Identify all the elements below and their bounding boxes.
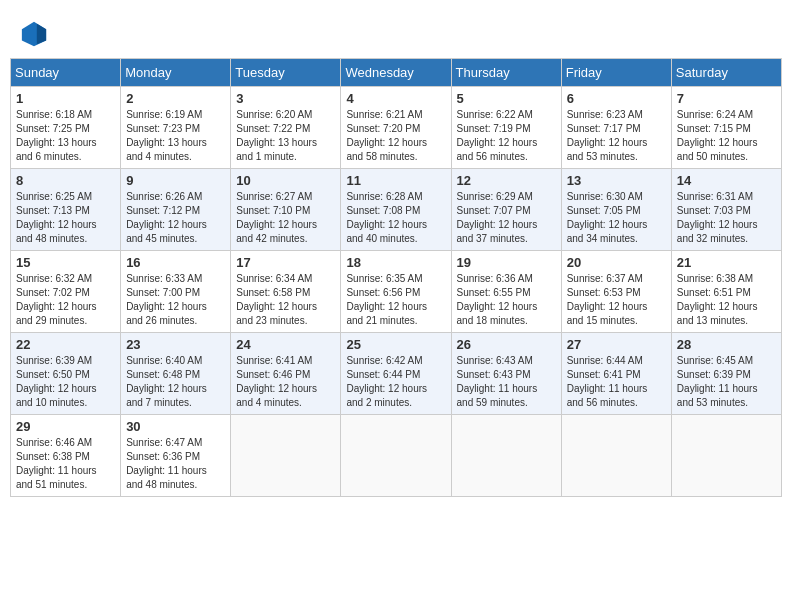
day-number: 18 [346,255,445,270]
day-number: 16 [126,255,225,270]
day-number: 21 [677,255,776,270]
calendar-cell: 5 Sunrise: 6:22 AM Sunset: 7:19 PM Dayli… [451,87,561,169]
cell-content: Sunrise: 6:22 AM Sunset: 7:19 PM Dayligh… [457,108,556,164]
calendar-cell: 18 Sunrise: 6:35 AM Sunset: 6:56 PM Dayl… [341,251,451,333]
calendar-cell: 22 Sunrise: 6:39 AM Sunset: 6:50 PM Dayl… [11,333,121,415]
calendar-cell: 29 Sunrise: 6:46 AM Sunset: 6:38 PM Dayl… [11,415,121,497]
calendar-cell: 25 Sunrise: 6:42 AM Sunset: 6:44 PM Dayl… [341,333,451,415]
cell-content: Sunrise: 6:44 AM Sunset: 6:41 PM Dayligh… [567,354,666,410]
cell-content: Sunrise: 6:30 AM Sunset: 7:05 PM Dayligh… [567,190,666,246]
calendar-cell: 2 Sunrise: 6:19 AM Sunset: 7:23 PM Dayli… [121,87,231,169]
calendar-cell: 26 Sunrise: 6:43 AM Sunset: 6:43 PM Dayl… [451,333,561,415]
calendar-cell: 14 Sunrise: 6:31 AM Sunset: 7:03 PM Dayl… [671,169,781,251]
cell-content: Sunrise: 6:19 AM Sunset: 7:23 PM Dayligh… [126,108,225,164]
calendar-cell: 1 Sunrise: 6:18 AM Sunset: 7:25 PM Dayli… [11,87,121,169]
cell-content: Sunrise: 6:26 AM Sunset: 7:12 PM Dayligh… [126,190,225,246]
day-number: 5 [457,91,556,106]
calendar-cell: 28 Sunrise: 6:45 AM Sunset: 6:39 PM Dayl… [671,333,781,415]
logo-icon [20,20,48,48]
cell-content: Sunrise: 6:36 AM Sunset: 6:55 PM Dayligh… [457,272,556,328]
calendar-cell: 16 Sunrise: 6:33 AM Sunset: 7:00 PM Dayl… [121,251,231,333]
weekday-header: Saturday [671,59,781,87]
cell-content: Sunrise: 6:47 AM Sunset: 6:36 PM Dayligh… [126,436,225,492]
calendar-cell [671,415,781,497]
calendar-cell [231,415,341,497]
cell-content: Sunrise: 6:46 AM Sunset: 6:38 PM Dayligh… [16,436,115,492]
day-number: 3 [236,91,335,106]
weekday-header: Wednesday [341,59,451,87]
calendar-cell: 21 Sunrise: 6:38 AM Sunset: 6:51 PM Dayl… [671,251,781,333]
cell-content: Sunrise: 6:35 AM Sunset: 6:56 PM Dayligh… [346,272,445,328]
cell-content: Sunrise: 6:34 AM Sunset: 6:58 PM Dayligh… [236,272,335,328]
svg-marker-1 [37,24,46,45]
cell-content: Sunrise: 6:20 AM Sunset: 7:22 PM Dayligh… [236,108,335,164]
logo [20,20,51,48]
calendar-cell: 19 Sunrise: 6:36 AM Sunset: 6:55 PM Dayl… [451,251,561,333]
cell-content: Sunrise: 6:25 AM Sunset: 7:13 PM Dayligh… [16,190,115,246]
cell-content: Sunrise: 6:43 AM Sunset: 6:43 PM Dayligh… [457,354,556,410]
calendar-cell: 13 Sunrise: 6:30 AM Sunset: 7:05 PM Dayl… [561,169,671,251]
day-number: 11 [346,173,445,188]
cell-content: Sunrise: 6:37 AM Sunset: 6:53 PM Dayligh… [567,272,666,328]
day-number: 14 [677,173,776,188]
day-number: 1 [16,91,115,106]
day-number: 29 [16,419,115,434]
weekday-header: Friday [561,59,671,87]
cell-content: Sunrise: 6:27 AM Sunset: 7:10 PM Dayligh… [236,190,335,246]
calendar-cell [341,415,451,497]
day-number: 15 [16,255,115,270]
day-number: 9 [126,173,225,188]
calendar-cell [451,415,561,497]
cell-content: Sunrise: 6:31 AM Sunset: 7:03 PM Dayligh… [677,190,776,246]
calendar-cell: 23 Sunrise: 6:40 AM Sunset: 6:48 PM Dayl… [121,333,231,415]
calendar-cell: 4 Sunrise: 6:21 AM Sunset: 7:20 PM Dayli… [341,87,451,169]
page-header [10,10,782,53]
calendar-cell: 7 Sunrise: 6:24 AM Sunset: 7:15 PM Dayli… [671,87,781,169]
calendar-cell: 27 Sunrise: 6:44 AM Sunset: 6:41 PM Dayl… [561,333,671,415]
cell-content: Sunrise: 6:28 AM Sunset: 7:08 PM Dayligh… [346,190,445,246]
cell-content: Sunrise: 6:39 AM Sunset: 6:50 PM Dayligh… [16,354,115,410]
day-number: 20 [567,255,666,270]
day-number: 2 [126,91,225,106]
day-number: 25 [346,337,445,352]
cell-content: Sunrise: 6:18 AM Sunset: 7:25 PM Dayligh… [16,108,115,164]
calendar-cell: 9 Sunrise: 6:26 AM Sunset: 7:12 PM Dayli… [121,169,231,251]
day-number: 12 [457,173,556,188]
calendar-cell: 12 Sunrise: 6:29 AM Sunset: 7:07 PM Dayl… [451,169,561,251]
calendar-table: SundayMondayTuesdayWednesdayThursdayFrid… [10,58,782,497]
calendar-cell: 3 Sunrise: 6:20 AM Sunset: 7:22 PM Dayli… [231,87,341,169]
calendar-cell [561,415,671,497]
day-number: 24 [236,337,335,352]
calendar-cell: 8 Sunrise: 6:25 AM Sunset: 7:13 PM Dayli… [11,169,121,251]
cell-content: Sunrise: 6:32 AM Sunset: 7:02 PM Dayligh… [16,272,115,328]
day-number: 22 [16,337,115,352]
weekday-header: Thursday [451,59,561,87]
day-number: 10 [236,173,335,188]
day-number: 19 [457,255,556,270]
calendar-cell: 15 Sunrise: 6:32 AM Sunset: 7:02 PM Dayl… [11,251,121,333]
day-number: 28 [677,337,776,352]
cell-content: Sunrise: 6:33 AM Sunset: 7:00 PM Dayligh… [126,272,225,328]
day-number: 23 [126,337,225,352]
day-number: 30 [126,419,225,434]
day-number: 27 [567,337,666,352]
calendar-cell: 24 Sunrise: 6:41 AM Sunset: 6:46 PM Dayl… [231,333,341,415]
calendar-cell: 20 Sunrise: 6:37 AM Sunset: 6:53 PM Dayl… [561,251,671,333]
weekday-header: Monday [121,59,231,87]
calendar-cell: 10 Sunrise: 6:27 AM Sunset: 7:10 PM Dayl… [231,169,341,251]
cell-content: Sunrise: 6:29 AM Sunset: 7:07 PM Dayligh… [457,190,556,246]
calendar-cell: 17 Sunrise: 6:34 AM Sunset: 6:58 PM Dayl… [231,251,341,333]
cell-content: Sunrise: 6:42 AM Sunset: 6:44 PM Dayligh… [346,354,445,410]
weekday-header: Tuesday [231,59,341,87]
day-number: 4 [346,91,445,106]
cell-content: Sunrise: 6:24 AM Sunset: 7:15 PM Dayligh… [677,108,776,164]
day-number: 8 [16,173,115,188]
calendar-cell: 11 Sunrise: 6:28 AM Sunset: 7:08 PM Dayl… [341,169,451,251]
cell-content: Sunrise: 6:23 AM Sunset: 7:17 PM Dayligh… [567,108,666,164]
day-number: 26 [457,337,556,352]
day-number: 6 [567,91,666,106]
cell-content: Sunrise: 6:40 AM Sunset: 6:48 PM Dayligh… [126,354,225,410]
calendar-cell: 30 Sunrise: 6:47 AM Sunset: 6:36 PM Dayl… [121,415,231,497]
cell-content: Sunrise: 6:38 AM Sunset: 6:51 PM Dayligh… [677,272,776,328]
cell-content: Sunrise: 6:21 AM Sunset: 7:20 PM Dayligh… [346,108,445,164]
